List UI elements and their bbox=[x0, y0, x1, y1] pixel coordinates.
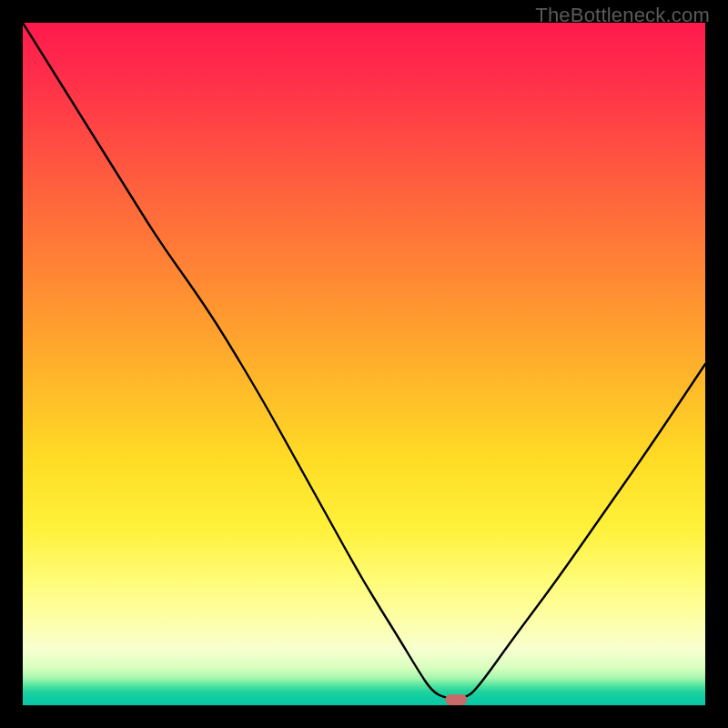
watermark-text: TheBottleneck.com bbox=[535, 4, 710, 27]
plot-area bbox=[23, 23, 705, 705]
bottleneck-curve bbox=[23, 23, 705, 699]
chart-root: TheBottleneck.com bbox=[0, 0, 728, 728]
curve-layer bbox=[23, 23, 705, 705]
optimal-marker bbox=[445, 694, 467, 705]
